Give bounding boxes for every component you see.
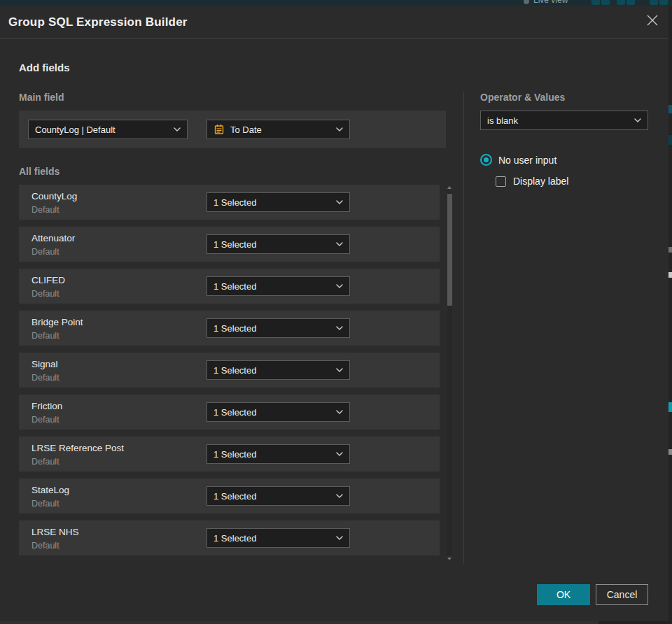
- field-subtitle: Default: [31, 289, 59, 299]
- chevron-down-icon: [336, 200, 343, 204]
- field-row: CLIFEDDefault1 Selected: [19, 269, 440, 304]
- scrollbar-up-arrow-icon[interactable]: [447, 186, 451, 189]
- field-selection-dropdown[interactable]: 1 Selected: [206, 528, 350, 548]
- background-fragment: [668, 105, 672, 113]
- field-name: CountyLog: [31, 191, 77, 201]
- field-selection-dropdown[interactable]: 1 Selected: [206, 276, 350, 296]
- field-name: Attenuator: [31, 233, 75, 243]
- checkbox-unchecked-icon: [496, 176, 506, 187]
- field-selection-value: 1 Selected: [214, 365, 256, 376]
- main-field-date-dropdown[interactable]: To Date: [206, 120, 350, 139]
- field-selection-value: 1 Selected: [214, 323, 256, 334]
- background-app-topbar: Live view: [0, 0, 672, 6]
- background-fragment: [668, 449, 672, 455]
- main-field-dropdown[interactable]: CountyLog | Default: [28, 120, 188, 139]
- ok-button[interactable]: OK: [537, 584, 590, 605]
- no-user-input-radio[interactable]: No user input: [480, 154, 556, 166]
- radio-selected-icon: [480, 154, 492, 166]
- live-view-label: Live view: [533, 0, 568, 5]
- list-scrollbar[interactable]: [447, 185, 453, 562]
- scrollbar-thumb[interactable]: [447, 194, 452, 306]
- field-row: CountyLogDefault1 Selected: [19, 185, 440, 220]
- field-name: StateLog: [31, 485, 69, 495]
- field-name: Signal: [31, 359, 58, 369]
- background-fragment: [668, 272, 672, 278]
- scrollbar-down-arrow-icon[interactable]: [447, 558, 451, 560]
- operator-dropdown[interactable]: is blank: [480, 111, 648, 130]
- screen: Live view Group SQL Expression Builder: [0, 0, 672, 624]
- field-name: Friction: [31, 401, 62, 411]
- field-selection-value: 1 Selected: [214, 281, 256, 292]
- background-toolbar-fragment: [650, 0, 658, 5]
- background-toolbar-fragment: [617, 0, 625, 5]
- chevron-down-icon: [336, 452, 343, 456]
- field-selection-dropdown[interactable]: 1 Selected: [206, 360, 350, 380]
- panel-divider: [463, 92, 464, 564]
- field-row: LRSE Reference PostDefault1 Selected: [19, 437, 440, 471]
- field-name: LRSE Reference Post: [31, 443, 124, 453]
- field-selection-value: 1 Selected: [214, 407, 256, 418]
- chevron-down-icon: [336, 127, 343, 132]
- close-button[interactable]: [643, 12, 662, 31]
- titlebar-divider: [0, 38, 668, 39]
- field-subtitle: Default: [31, 205, 59, 215]
- field-row: Bridge PointDefault1 Selected: [19, 311, 440, 346]
- field-selection-value: 1 Selected: [214, 491, 256, 502]
- dialog-titlebar: Group SQL Expression Builder: [0, 6, 668, 38]
- background-app-bottom-edge: [598, 621, 672, 624]
- field-selection-dropdown[interactable]: 1 Selected: [206, 402, 350, 422]
- all-fields-label: All fields: [19, 166, 59, 177]
- field-row: SignalDefault1 Selected: [19, 353, 440, 388]
- chevron-down-icon: [174, 127, 181, 132]
- main-field-label: Main field: [19, 92, 64, 103]
- background-fragment: [668, 247, 672, 253]
- field-selection-value: 1 Selected: [214, 239, 256, 250]
- field-selection-dropdown[interactable]: 1 Selected: [206, 318, 350, 338]
- field-subtitle: Default: [31, 373, 59, 383]
- add-fields-heading: Add fields: [19, 62, 70, 73]
- field-subtitle: Default: [31, 499, 59, 509]
- display-label-label: Display label: [513, 176, 568, 187]
- background-toolbar-fragment: [601, 0, 610, 5]
- background-fragment: [668, 402, 672, 412]
- field-row: FrictionDefault1 Selected: [19, 395, 440, 430]
- date-dropdown-value: To Date: [230, 125, 262, 135]
- no-user-input-label: No user input: [498, 155, 556, 166]
- dialog-title: Group SQL Expression Builder: [8, 6, 188, 38]
- field-selection-dropdown[interactable]: 1 Selected: [206, 444, 350, 464]
- field-row: LRSE NHSDefault1 Selected: [19, 520, 440, 555]
- operator-dropdown-value: is blank: [487, 115, 518, 126]
- field-subtitle: Default: [31, 415, 59, 425]
- chevron-down-icon: [336, 368, 343, 372]
- background-toolbar-fragment: [659, 0, 668, 5]
- field-row: AttenuatorDefault1 Selected: [19, 227, 440, 262]
- chevron-down-icon: [336, 536, 343, 540]
- close-icon: [645, 13, 659, 30]
- cancel-button[interactable]: Cancel: [596, 584, 648, 605]
- field-name: Bridge Point: [31, 317, 83, 327]
- calendar-icon: [214, 124, 225, 135]
- chevron-down-icon: [634, 118, 641, 122]
- chevron-down-icon: [336, 494, 343, 498]
- field-selection-value: 1 Selected: [214, 197, 256, 208]
- background-app-right-edge: [668, 6, 672, 621]
- field-selection-value: 1 Selected: [214, 533, 256, 544]
- live-view-dot-icon: [524, 0, 529, 4]
- field-selection-dropdown[interactable]: 1 Selected: [206, 486, 350, 506]
- group-sql-expression-builder-dialog: Group SQL Expression Builder Add fields …: [0, 6, 668, 621]
- all-fields-list: CountyLogDefault1 SelectedAttenuatorDefa…: [19, 185, 440, 562]
- field-subtitle: Default: [31, 457, 59, 467]
- field-subtitle: Default: [31, 331, 59, 341]
- field-row: StateLogDefault1 Selected: [19, 478, 440, 513]
- chevron-down-icon: [336, 326, 343, 330]
- background-toolbar-fragment: [592, 0, 600, 5]
- display-label-checkbox[interactable]: Display label: [496, 176, 568, 187]
- chevron-down-icon: [336, 242, 343, 246]
- field-selection-dropdown[interactable]: 1 Selected: [206, 192, 350, 212]
- field-selection-dropdown[interactable]: 1 Selected: [206, 234, 350, 254]
- operator-values-label: Operator & Values: [480, 92, 565, 103]
- main-field-panel: CountyLog | Default To Date: [19, 111, 446, 148]
- field-subtitle: Default: [31, 247, 59, 257]
- background-fragment: [668, 135, 672, 145]
- field-subtitle: Default: [31, 541, 59, 551]
